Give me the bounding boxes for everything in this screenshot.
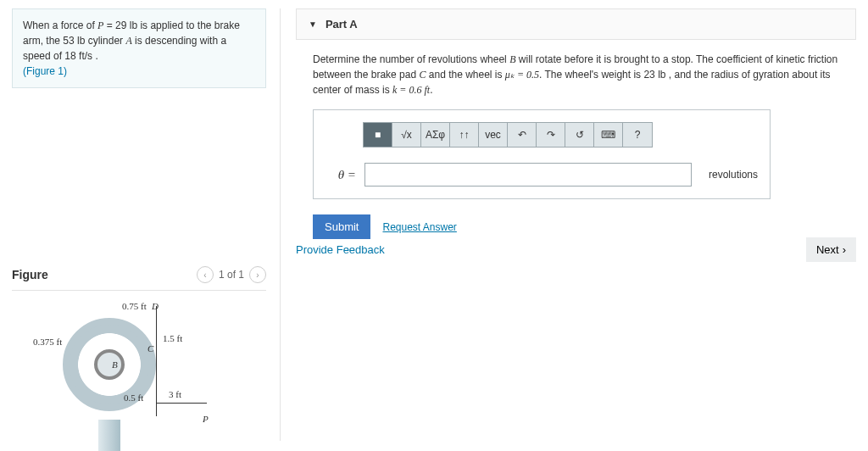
next-button[interactable]: Next › (806, 237, 856, 262)
help-button[interactable]: ? (623, 123, 652, 147)
greek-icon: ΑΣφ (426, 129, 445, 141)
keyboard-button[interactable]: ⌨ (594, 123, 623, 147)
provide-feedback-link[interactable]: Provide Feedback (296, 243, 385, 256)
hub (94, 349, 125, 380)
answer-input[interactable] (364, 163, 692, 187)
problem-text-1: When a force of (23, 19, 97, 31)
figure-link[interactable]: (Figure 1) (23, 64, 255, 79)
instr-3: and the wheel is (426, 69, 504, 81)
answer-box: ■ √x ΑΣφ ↑↑ vec ↶ ↷ ↺ ⌨ ? θ = revolution… (313, 109, 771, 199)
dim-3: 3 ft (169, 389, 181, 399)
label-P: P (203, 414, 209, 424)
figure-header: Figure ‹ 1 of 1 › (12, 266, 266, 291)
collapse-caret-icon: ▼ (309, 19, 317, 29)
dim-15: 1.5 ft (163, 333, 182, 343)
dim-075: 0.75 ft (122, 301, 147, 311)
diagram: 0.75 ft D 1.5 ft 0.375 ft B C 0.5 ft 3 f… (37, 301, 215, 451)
label-C: C (147, 343, 153, 354)
square-icon: ■ (375, 129, 381, 141)
figure-body: 0.75 ft D 1.5 ft 0.375 ft B C 0.5 ft 3 f… (12, 291, 266, 451)
template-button[interactable]: ■ (364, 123, 392, 147)
instr-1: Determine the number of revolutions whee… (313, 53, 509, 65)
reset-button[interactable]: ↺ (565, 123, 594, 147)
dim-0375: 0.375 ft (33, 337, 62, 347)
figure-next-button[interactable]: › (249, 266, 266, 283)
arrows-icon: ↑↑ (459, 129, 470, 141)
part-title: Part A (326, 18, 358, 31)
instr-5: . (430, 84, 432, 96)
mu-val: μₖ = 0.5 (505, 69, 539, 81)
next-label: Next (816, 243, 839, 256)
figure-nav: ‹ 1 of 1 › (197, 266, 266, 283)
figure-count: 1 of 1 (219, 269, 244, 281)
label-D: D (152, 301, 159, 311)
keyboard-icon: ⌨ (601, 129, 615, 141)
dim-05: 0.5 ft (124, 393, 143, 403)
figure-prev-button[interactable]: ‹ (197, 266, 214, 283)
undo-icon: ↶ (518, 129, 526, 141)
request-answer-link[interactable]: Request Answer (382, 221, 456, 233)
k-val: k = 0.6 ft (392, 84, 430, 96)
help-icon: ? (635, 129, 641, 141)
root-button[interactable]: √x (392, 123, 421, 147)
equation-toolbar: ■ √x ΑΣφ ↑↑ vec ↶ ↷ ↺ ⌨ ? (363, 122, 653, 148)
label-B: B (112, 359, 118, 370)
undo-button[interactable]: ↶ (508, 123, 537, 147)
greek-button[interactable]: ΑΣφ (421, 123, 450, 147)
arrows-button[interactable]: ↑↑ (450, 123, 479, 147)
chevron-right-icon: › (843, 243, 846, 256)
unit-label: revolutions (709, 169, 758, 181)
instruction: Determine the number of revolutions whee… (296, 40, 856, 109)
root-icon: √x (401, 129, 412, 141)
reset-icon: ↺ (576, 129, 584, 141)
submit-button[interactable]: Submit (313, 214, 370, 239)
part-header[interactable]: ▼ Part A (296, 8, 856, 40)
var-A: A (125, 35, 131, 47)
p-value: = 29 lb (103, 19, 137, 31)
problem-statement: When a force of P = 29 lb is applied to … (12, 8, 266, 88)
vec-button[interactable]: vec (479, 123, 508, 147)
cylinder-A (98, 420, 120, 451)
brake-arm-line (156, 306, 157, 416)
theta-label: θ = (326, 168, 356, 182)
submit-label: Submit (325, 220, 359, 233)
redo-icon: ↷ (547, 129, 555, 141)
redo-button[interactable]: ↷ (537, 123, 565, 147)
figure-title: Figure (12, 268, 48, 281)
vec-label: vec (485, 129, 501, 141)
lever-arm (156, 403, 207, 404)
